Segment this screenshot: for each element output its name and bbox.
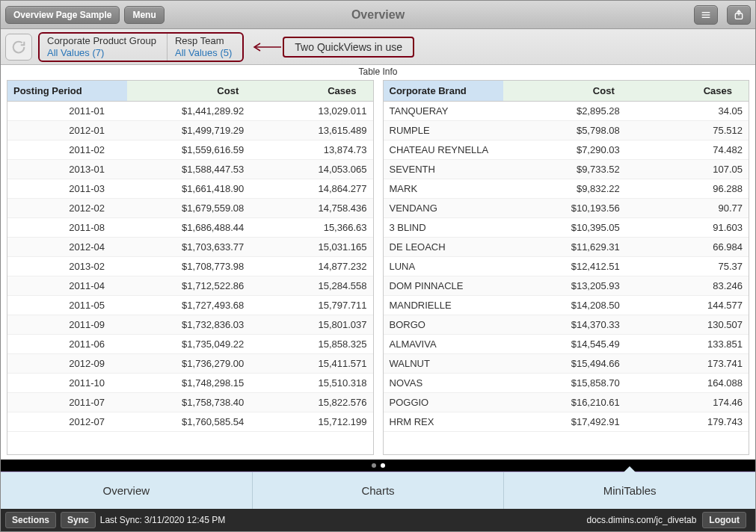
table-row[interactable]: 2011-05$1,727,493.6815,797.711 (7, 296, 373, 315)
cell-num: $1,758,738.40 (127, 393, 250, 412)
cell-dim: 2011-01 (7, 102, 127, 120)
table-row[interactable]: NOVAS$15,858.70164.088 (384, 374, 749, 393)
table-row[interactable]: 2011-07$1,758,738.4015,822.576 (7, 393, 373, 412)
cell-num: $1,748,298.15 (127, 374, 250, 392)
table-body[interactable]: 2011-01$1,441,289.9213,029.0112012-01$1,… (7, 102, 373, 454)
cell-num: $1,441,289.92 (127, 102, 250, 120)
col-header-cases[interactable]: Cases (621, 81, 738, 101)
table-row[interactable]: VENDANG$10,193.5690.77 (384, 199, 749, 218)
cell-dim: 2012-04 (7, 238, 127, 256)
status-bar: Sections Sync Last Sync: 3/11/2020 12:45… (1, 509, 755, 531)
sections-button[interactable]: Sections (5, 512, 56, 528)
table-row[interactable]: 2011-01$1,441,289.9213,029.011 (7, 102, 373, 121)
menu-icon (700, 9, 712, 21)
table-row[interactable]: RUMPLE$5,798.0875.512 (384, 121, 749, 140)
quickview-resp-team[interactable]: Resp Team All Values (5) (167, 34, 242, 61)
table-row[interactable]: 2012-01$1,499,719.2913,615.489 (7, 121, 373, 140)
tab-overview[interactable]: Overview (1, 472, 253, 509)
cell-num: 15,797.711 (250, 296, 372, 315)
table-row[interactable]: BORGO$14,370.33130.507 (384, 315, 749, 335)
table-row[interactable]: POGGIO$16,210.61174.46 (384, 393, 749, 412)
table-row[interactable]: MANDRIELLE$14,208.50144.577 (384, 296, 749, 315)
table-row[interactable]: DOM PINNACLE$13,205.9383.246 (384, 276, 749, 296)
table-row[interactable]: LUNA$12,412.5175.37 (384, 257, 749, 276)
cell-num: 15,858.325 (250, 335, 372, 353)
cell-num: $2,895.28 (503, 102, 626, 120)
table-row[interactable]: HRM REX$17,492.91179.743 (384, 412, 749, 432)
table-row[interactable]: 2013-01$1,588,447.5314,053.065 (7, 160, 373, 179)
cell-num: 91.603 (626, 218, 749, 237)
table-header: Corporate Brand Cost Cases (384, 81, 749, 102)
cell-num: $10,395.05 (503, 218, 626, 237)
table-row[interactable]: ALMAVIVA$14,545.49133.851 (384, 335, 749, 354)
logout-button[interactable]: Logout (702, 512, 746, 528)
cell-num: $1,708,773.98 (127, 257, 250, 276)
cell-dim: DOM PINNACLE (384, 276, 503, 295)
table-row[interactable]: TANQUERAY$2,895.2834.05 (384, 102, 749, 121)
table-row[interactable]: 2011-02$1,559,616.5913,874.73 (7, 140, 373, 160)
refresh-button[interactable] (5, 34, 32, 61)
cell-num: 144.577 (626, 296, 749, 315)
col-header-cost[interactable]: Cost (127, 81, 245, 101)
quickview-corporate-product-group[interactable]: Corporate Product Group All Values (7) (40, 34, 167, 61)
col-header-cost[interactable]: Cost (503, 81, 621, 101)
table-row[interactable]: 2012-07$1,760,585.5415,712.199 (7, 412, 373, 432)
top-toolbar: Overview Page Sample Menu Overview (1, 1, 755, 29)
cell-num: $9,832.22 (503, 179, 626, 198)
table-row[interactable]: DE LEOACH$11,629.3166.984 (384, 238, 749, 257)
table-row[interactable]: 2012-02$1,679,559.0814,758.436 (7, 199, 373, 218)
cell-num: 14,864.277 (250, 179, 372, 198)
cell-dim: MARK (384, 179, 503, 198)
table-row[interactable]: 3 BLIND$10,395.0591.603 (384, 218, 749, 238)
annotation-arrow (251, 42, 281, 52)
cell-num: 107.05 (626, 160, 749, 179)
table-row[interactable]: SEVENTH$9,733.52107.05 (384, 160, 749, 179)
back-button[interactable]: Overview Page Sample (5, 6, 120, 24)
cell-num: $15,858.70 (503, 374, 626, 392)
quickview-row: Corporate Product Group All Values (7) R… (1, 29, 755, 65)
menu-button[interactable]: Menu (124, 6, 164, 24)
page-dot[interactable] (381, 463, 385, 468)
hamburger-button[interactable] (694, 5, 718, 25)
table-body[interactable]: TANQUERAY$2,895.2834.05RUMPLE$5,798.0875… (384, 102, 749, 454)
col-header-dim[interactable]: Posting Period (7, 81, 127, 101)
table-row[interactable]: 2011-06$1,735,049.2215,858.325 (7, 335, 373, 354)
cell-num: 34.05 (626, 102, 749, 120)
table-row[interactable]: 2011-03$1,661,418.9014,864.277 (7, 179, 373, 199)
share-button[interactable] (727, 5, 751, 25)
quickview-value: All Values (5) (175, 47, 232, 59)
cell-num: $1,727,493.68 (127, 296, 250, 315)
cell-dim: HRM REX (384, 412, 503, 431)
col-header-cases[interactable]: Cases (245, 81, 362, 101)
cell-num: $16,210.61 (503, 393, 626, 412)
cell-dim: 2012-02 (7, 199, 127, 217)
page-dot[interactable] (372, 463, 376, 468)
cell-dim: SEVENTH (384, 160, 503, 179)
table-row[interactable]: 2012-09$1,736,279.0015,411.571 (7, 354, 373, 374)
cell-num: $11,629.31 (503, 238, 626, 256)
cell-dim: CHATEAU REYNELLA (384, 140, 503, 159)
cell-num: 14,053.065 (250, 160, 372, 179)
table-row[interactable]: 2012-04$1,703,633.7715,031.165 (7, 238, 373, 257)
cell-num: $1,703,633.77 (127, 238, 250, 256)
quickview-group: Corporate Product Group All Values (7) R… (38, 32, 244, 62)
sync-button[interactable]: Sync (61, 512, 96, 528)
table-row[interactable]: WALNUT$15,494.66173.741 (384, 354, 749, 374)
share-icon (733, 9, 745, 21)
cell-num: 74.482 (626, 140, 749, 159)
table-row[interactable]: 2011-10$1,748,298.1515,510.318 (7, 374, 373, 393)
table-row[interactable]: 2011-08$1,686,488.4415,366.63 (7, 218, 373, 238)
table-row[interactable]: 2011-09$1,732,836.0315,801.037 (7, 315, 373, 335)
tab-charts[interactable]: Charts (253, 472, 505, 509)
cell-dim: TANQUERAY (384, 102, 503, 120)
table-row[interactable]: 2011-04$1,712,522.8615,284.558 (7, 276, 373, 296)
cell-num: $9,733.52 (503, 160, 626, 179)
bottom-tabs: Overview Charts MiniTables (1, 471, 755, 509)
table-row[interactable]: CHATEAU REYNELLA$7,290.0374.482 (384, 140, 749, 160)
cell-num: 174.46 (626, 393, 749, 412)
table-row[interactable]: MARK$9,832.2296.288 (384, 179, 749, 199)
cell-num: 75.512 (626, 121, 749, 140)
table-row[interactable]: 2013-02$1,708,773.9814,877.232 (7, 257, 373, 276)
tab-minitables[interactable]: MiniTables (504, 472, 755, 509)
col-header-dim[interactable]: Corporate Brand (384, 81, 503, 101)
